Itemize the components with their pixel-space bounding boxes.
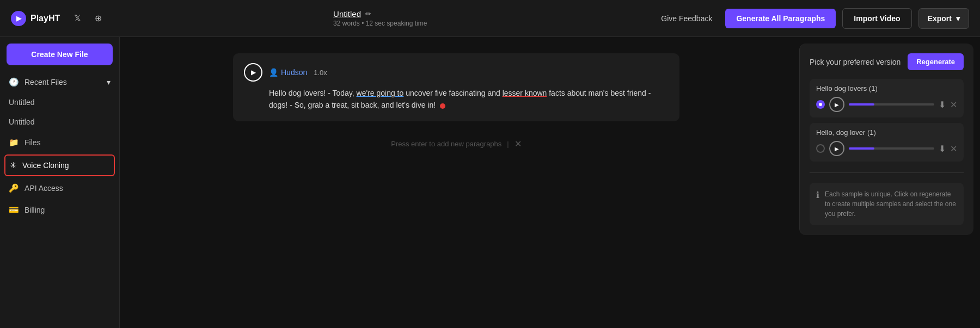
logo-text: PlayHT [30, 14, 60, 23]
sidebar-item-untitled-2[interactable]: Untitled [0, 112, 119, 132]
create-new-file-button[interactable]: Create New File [7, 44, 113, 65]
close-icon-2[interactable]: ✕ [950, 144, 957, 154]
social-icons: 𝕏 ⊕ [70, 11, 106, 26]
version-2-play-button[interactable]: ▶ [829, 141, 844, 156]
panel-title: Pick your preferred version [810, 58, 901, 66]
logo-play-icon: ▶ [16, 15, 21, 22]
version-1-radio[interactable] [816, 100, 825, 109]
close-icon[interactable]: ✕ [514, 139, 522, 149]
paragraph-footer: Press enter to add new paragraphs | ✕ [391, 139, 521, 149]
editor-content: ▶ 👤 Hudson 1.0x Hello dog lovers! - Toda… [120, 37, 793, 328]
regenerate-button[interactable]: Regenerate [908, 53, 964, 70]
panel-divider [810, 172, 964, 173]
sidebar-item-untitled-1[interactable]: Untitled [0, 92, 119, 112]
version-2-progress-bar[interactable] [849, 147, 934, 150]
version-panel: Pick your preferred version Regenerate H… [799, 44, 973, 235]
file-meta: 32 words • 12 sec speaking time [333, 20, 427, 27]
export-button[interactable]: Export ▾ [918, 8, 969, 29]
topbar-left: ▶ PlayHT 𝕏 ⊕ [11, 11, 106, 26]
files-label: Files [24, 138, 41, 147]
voice-name-label: Hudson [281, 68, 307, 77]
version-1-title: Hello dog lovers (1) [816, 84, 957, 92]
version-1-controls: ▶ ⬇ ✕ [816, 97, 957, 112]
footer-divider: | [507, 140, 509, 148]
main-layout: Create New File 🕐 Recent Files ▾ Untitle… [0, 37, 980, 328]
voice-avatar-icon: 👤 [269, 68, 278, 77]
discord-icon[interactable]: ⊕ [90, 11, 106, 26]
sidebar-item-files[interactable]: 📁 Files [0, 132, 119, 153]
file-title: Untitled [333, 9, 361, 18]
topbar: ▶ PlayHT 𝕏 ⊕ Untitled ✏ 32 words • 12 se… [0, 0, 980, 37]
paragraph-play-button[interactable]: ▶ [244, 63, 262, 82]
logo-icon: ▶ [11, 11, 26, 26]
placeholder-text: Press enter to add new paragraphs [391, 140, 501, 148]
voice-cloning-label: Voice Cloning [22, 161, 69, 170]
logo: ▶ PlayHT [11, 11, 60, 26]
billing-label: Billing [24, 206, 45, 214]
paragraph-text[interactable]: Hello dog lovers! - Today, we're going t… [269, 87, 669, 112]
topbar-center: Untitled ✏ 32 words • 12 sec speaking ti… [333, 9, 427, 27]
version-2-controls: ▶ ⬇ ✕ [816, 141, 957, 156]
paragraph-header: ▶ 👤 Hudson 1.0x [244, 63, 669, 82]
version-item-1: Hello dog lovers (1) ▶ ⬇ ✕ [810, 79, 964, 117]
export-chevron-icon: ▾ [956, 14, 960, 23]
file-title-row: Untitled ✏ [333, 9, 371, 18]
panel-header: Pick your preferred version Regenerate [810, 53, 964, 70]
version-1-progress-fill [849, 103, 874, 106]
sidebar-item-voice-cloning[interactable]: ✳ Voice Cloning [4, 154, 115, 176]
version-1-progress-bar[interactable] [849, 103, 934, 106]
sidebar-item-label-1: Untitled [9, 98, 34, 107]
import-video-button[interactable]: Import Video [842, 8, 911, 29]
download-icon-2[interactable]: ⬇ [939, 144, 946, 154]
feedback-button[interactable]: Give Feedback [654, 10, 719, 27]
info-icon: ℹ [816, 190, 819, 219]
topbar-right: Give Feedback Generate All Paragraphs Im… [654, 8, 969, 29]
generate-button[interactable]: Generate All Paragraphs [725, 9, 836, 28]
sidebar-item-label-2: Untitled [9, 117, 34, 126]
edit-icon[interactable]: ✏ [365, 10, 371, 18]
info-text: Each sample is unique. Click on regenera… [825, 189, 957, 219]
sidebar-item-api-access[interactable]: 🔑 API Access [0, 177, 119, 199]
voice-name[interactable]: 👤 Hudson [269, 68, 307, 77]
chevron-down-icon: ▾ [107, 78, 111, 86]
text-part2: uncover five fascinating and [403, 89, 502, 97]
twitter-icon[interactable]: 𝕏 [70, 11, 85, 26]
version-2-title: Hello, dog lover (1) [816, 128, 957, 137]
version-2-radio[interactable] [816, 144, 825, 153]
paragraph-block: ▶ 👤 Hudson 1.0x Hello dog lovers! - Toda… [233, 53, 679, 121]
text-underline2: lesser known [503, 89, 547, 97]
sidebar-item-billing[interactable]: 💳 Billing [0, 199, 119, 221]
billing-icon: 💳 [9, 205, 19, 215]
speed-label: 1.0x [314, 69, 327, 77]
api-icon: 🔑 [9, 183, 19, 193]
recent-files-label: Recent Files [24, 78, 67, 86]
sidebar: Create New File 🕐 Recent Files ▾ Untitle… [0, 37, 120, 328]
text-underline1: we're going to [357, 89, 404, 97]
version-1-play-button[interactable]: ▶ [829, 97, 844, 112]
recent-files-section[interactable]: 🕐 Recent Files ▾ [0, 72, 119, 92]
version-2-progress-fill [849, 147, 874, 150]
voice-cloning-icon: ✳ [10, 160, 17, 170]
version-item-2: Hello, dog lover (1) ▶ ⬇ ✕ [810, 123, 964, 162]
panel-info: ℹ Each sample is unique. Click on regene… [810, 183, 964, 225]
export-label: Export [928, 14, 952, 23]
clock-icon: 🕐 [9, 77, 19, 87]
recent-files-left: 🕐 Recent Files [9, 77, 67, 87]
folder-icon: 📁 [9, 138, 19, 147]
recording-dot [440, 103, 445, 109]
close-icon-1[interactable]: ✕ [950, 100, 957, 110]
text-part1: Hello dog lovers! - Today, [269, 89, 357, 97]
download-icon-1[interactable]: ⬇ [939, 100, 946, 110]
api-access-label: API Access [24, 184, 63, 193]
